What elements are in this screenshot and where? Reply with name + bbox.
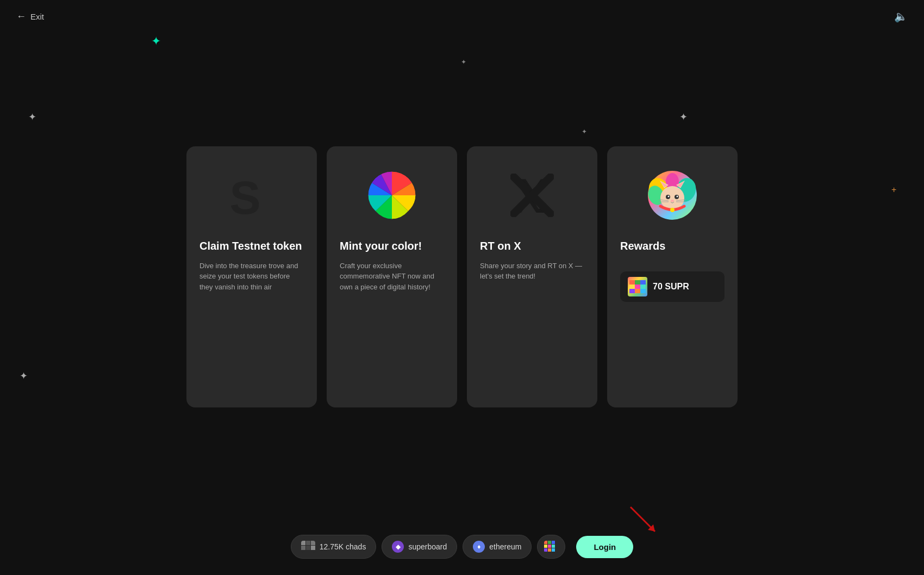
svg-rect-47 [548,545,551,548]
bottom-bar: 12.75K chads ◆ superboard ♦ ethereum [0,535,924,559]
card4-icon-area [620,163,725,228]
svg-rect-27 [635,280,640,285]
chads-chip[interactable]: 12.75K chads [291,535,377,559]
exit-arrow-icon: ← [16,11,26,22]
cards-container: S Claim Testnet token Dive into the trea… [176,135,748,418]
x-logo-icon: 𝕏 [510,174,554,217]
arrow-decoration [625,502,658,534]
ethereum-chip[interactable]: ♦ ethereum [463,535,532,559]
superboard-icon: ◆ [392,541,404,553]
svg-rect-39 [311,541,315,545]
svg-rect-34 [640,289,646,293]
exit-button[interactable]: ← Exit [16,11,44,22]
exit-label: Exit [30,12,44,21]
card-rewards[interactable]: Rewards [607,146,738,407]
svg-rect-30 [635,285,640,289]
card3-title: RT on X [480,239,584,253]
card4-title: Rewards [620,239,725,253]
card1-desc: Dive into the treasure trove and seize y… [199,261,304,293]
volume-icon[interactable]: 🔈 [894,10,908,23]
card3-icon-area: 𝕏 [480,163,584,228]
svg-point-19 [671,200,674,202]
card-rt-x[interactable]: 𝕏 RT on X Share your story and RT on X —… [467,146,597,407]
svg-rect-43 [544,541,547,544]
svg-rect-33 [635,289,640,293]
svg-point-24 [670,208,675,212]
svg-rect-51 [552,548,555,552]
superboard-chip[interactable]: ◆ superboard [382,535,457,559]
svg-text:S: S [230,172,261,220]
s-logo-icon: S [227,171,276,220]
card1-icon-area: S [199,163,304,228]
reward-icon [628,277,647,296]
card-claim-testnet[interactable]: S Claim Testnet token Dive into the trea… [186,146,317,407]
cat-avatar-icon [648,171,697,220]
chads-icon [301,541,315,553]
superboard-label: superboard [408,542,447,551]
svg-rect-41 [306,546,310,550]
main-content: S Claim Testnet token Dive into the trea… [0,0,924,575]
card-mint-color[interactable]: Mint your color! Craft your exclusive co… [327,146,457,407]
svg-rect-28 [640,280,646,285]
svg-point-18 [677,195,678,197]
svg-rect-48 [552,545,555,548]
top-bar: ← Exit 🔈 [0,0,924,33]
card2-desc: Craft your exclusive commemorative NFT n… [340,261,444,293]
card2-icon-area [340,163,444,228]
svg-rect-45 [552,541,555,544]
svg-point-10 [660,186,684,210]
svg-rect-49 [544,548,547,552]
reward-badge: 70 SUPR [620,271,725,302]
svg-rect-40 [301,546,305,550]
svg-rect-26 [629,280,635,285]
pixel-chip[interactable] [537,535,565,559]
svg-point-17 [668,195,670,197]
svg-rect-29 [629,285,635,289]
ethereum-icon: ♦ [473,541,485,553]
chads-label: 12.75K chads [320,542,366,551]
card3-desc: Share your story and RT on X —let's set … [480,261,584,282]
svg-rect-38 [306,541,310,545]
svg-rect-31 [640,285,646,289]
svg-rect-37 [301,541,305,545]
color-wheel-icon [367,171,416,220]
card1-title: Claim Testnet token [199,239,304,253]
reward-amount: 70 SUPR [653,282,689,292]
svg-rect-46 [544,545,547,548]
card2-title: Mint your color! [340,239,444,253]
svg-rect-32 [629,289,635,293]
pixel-icon [544,541,558,553]
svg-rect-50 [548,548,551,552]
svg-rect-44 [548,541,551,544]
svg-rect-42 [311,546,315,550]
ethereum-label: ethereum [489,542,521,551]
